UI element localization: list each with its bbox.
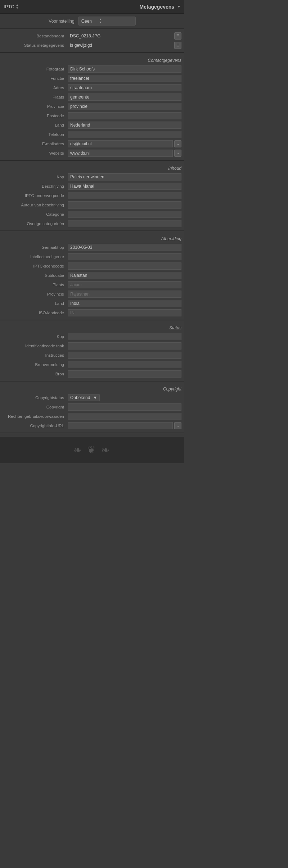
contact-section: Contactgegevens Fotograaf Functie Adres … [0,53,184,161]
input-postcode[interactable] [68,112,181,119]
input-copyright-url[interactable] [68,422,173,429]
copyrightstatus-arrow: ▼ [93,395,97,400]
label-iptc-scene: IPTC-scènecode [3,264,68,268]
label-gemaakt-op: Gemaakt op [3,245,68,250]
metagegevens-dropdown-arrow[interactable]: ▼ [177,5,181,9]
input-beschrijving[interactable] [68,183,181,190]
input-rechten[interactable] [68,413,181,420]
status-meta-list-icon[interactable]: ☰ [174,42,181,49]
field-row-kop: Kop [0,172,184,182]
afbeelding-section-header: Afbeelding [0,233,184,243]
inhoud-section: Inhoud Kop Beschrijving IPTC-onderwerpco… [0,161,184,231]
footer-ornament: ❧ ❦ ❧ [73,444,111,456]
copyrightstatus-value: Onbekend [70,395,90,400]
label-bestandsnaam: Bestandsnaam [3,34,68,38]
status-meta-value-area: Is gewijzigd ☰ [68,42,181,49]
field-row-email: E-mailadres → [0,139,184,149]
input-website[interactable] [68,150,173,157]
label-bronvermelding: Bronvermelding [3,362,68,367]
input-bronvermelding[interactable] [68,361,181,368]
status-section: Status Kop Identificatiecode taak Instru… [0,320,184,382]
input-overige-cat[interactable] [68,220,181,227]
input-status-kop[interactable] [68,333,181,340]
label-overige-cat: Overige categorieën [3,221,68,226]
input-gemaakt-op[interactable] [68,244,181,251]
input-bron[interactable] [68,370,181,378]
label-auteur-beschrijving: Auteur van beschrijving [3,203,68,207]
header-bar: IPTC ▲ ▼ Metagegevens ▼ [0,0,184,14]
input-iptc-scene[interactable] [68,262,181,270]
afbeelding-section: Afbeelding Gemaakt op Intellectueel genr… [0,231,184,320]
status-section-header: Status [0,323,184,332]
label-id-taak: Identificatiecode taak [3,344,68,348]
input-contact-provincie[interactable] [68,103,181,110]
field-row-gemaakt-op: Gemaakt op [0,243,184,252]
field-row-fotograaf: Fotograaf [0,64,184,74]
copyrightstatus-select[interactable]: Onbekend ▼ [68,394,100,401]
email-open-btn[interactable]: → [174,140,181,147]
field-row-afb-land: Land [0,299,184,308]
field-row-postcode: Postcode [0,111,184,120]
field-row-rechten: Rechten gebruiksvoorwaarden [0,412,184,421]
input-iso-landcode[interactable] [68,309,181,316]
voorinstelling-label: Voorinstelling [49,19,74,24]
label-adres: Adres [3,86,68,90]
label-iptc-onderwerp: IPTC-onderwerpcode [3,193,68,198]
input-auteur-beschrijving[interactable] [68,201,181,209]
label-copyright: Copyright [3,405,68,409]
file-section: Bestandsnaam DSC_0218.JPG ☰ Status metag… [0,29,184,53]
label-functie: Functie [3,76,68,81]
iptc-selector[interactable]: IPTC ▲ ▼ [4,4,19,10]
input-contact-land[interactable] [68,122,181,129]
input-contact-plaats[interactable] [68,93,181,101]
metagegevens-area: Metagegevens ▼ [140,4,181,10]
value-bestandsnaam: DSC_0218.JPG [68,33,171,39]
email-field-group: → [68,140,181,147]
input-intellectueel-genre[interactable] [68,253,181,260]
input-adres[interactable] [68,84,181,91]
input-sublocatie[interactable] [68,272,181,279]
field-row-afb-provincie: Provincie [0,289,184,299]
field-row-contact-land: Land [0,120,184,130]
field-row-bronvermelding: Bronvermelding [0,360,184,369]
input-iptc-onderwerp[interactable] [68,192,181,199]
value-status-meta: Is gewijzigd [68,42,171,49]
input-instructies[interactable] [68,352,181,359]
label-status-kop: Kop [3,334,68,339]
voorinstelling-select[interactable]: Geen ▲ ▼ [78,17,136,26]
input-afb-provincie[interactable] [68,291,181,298]
label-contact-provincie: Provincie [3,104,68,109]
input-email[interactable] [68,140,173,147]
input-fotograaf[interactable] [68,65,181,73]
label-copyright-url: Copyrightinfo-URL [3,424,68,428]
input-telefoon[interactable] [68,131,181,138]
field-row-iptc-onderwerp: IPTC-onderwerpcode [0,191,184,200]
website-open-btn[interactable]: → [174,150,181,157]
input-afb-land[interactable] [68,300,181,307]
bestandsnaam-list-icon[interactable]: ☰ [174,32,181,40]
inhoud-section-header: Inhoud [0,163,184,172]
field-row-categorie: Categorie [0,210,184,219]
field-row-bron: Bron [0,369,184,379]
contact-section-header: Contactgegevens [0,55,184,64]
iptc-dropdown-arrows[interactable]: ▲ ▼ [16,4,19,10]
field-row-adres: Adres [0,83,184,92]
website-field-group: → [68,150,181,157]
input-categorie[interactable] [68,211,181,218]
label-beschrijving: Beschrijving [3,184,68,188]
input-copyright[interactable] [68,403,181,411]
label-afb-land: Land [3,301,68,306]
label-fotograaf: Fotograaf [3,67,68,71]
input-kop[interactable] [68,173,181,181]
voorinstelling-select-arrows: ▲ ▼ [99,18,102,24]
input-afb-plaats[interactable] [68,281,181,288]
input-functie[interactable] [68,75,181,82]
field-row-auteur-beschrijving: Auteur van beschrijving [0,200,184,210]
iptc-label: IPTC [4,4,14,9]
label-instructies: Instructies [3,353,68,357]
label-rechten: Rechten gebruiksvoorwaarden [3,414,68,419]
label-website: Website [3,151,68,155]
copyright-url-open-btn[interactable]: → [174,422,181,429]
field-row-id-taak: Identificatiecode taak [0,341,184,351]
input-id-taak[interactable] [68,342,181,350]
